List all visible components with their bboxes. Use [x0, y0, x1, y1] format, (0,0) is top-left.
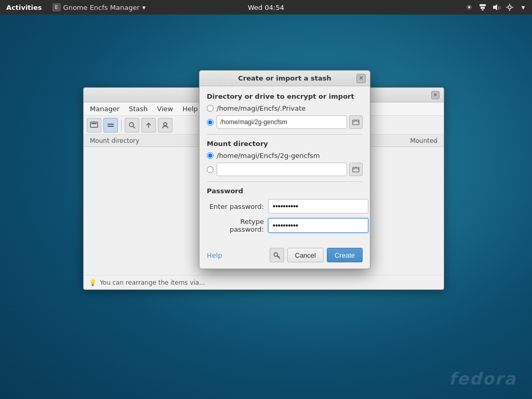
mount-directory-header: Mount directory — [90, 137, 139, 144]
menu-manager[interactable]: Manager — [86, 103, 124, 114]
directory-option1-label: /home/magi/Encfs/.Private — [217, 104, 305, 112]
directory-section-title: Directory or drive to encrypt or import — [207, 92, 363, 100]
directory-input-wrapper — [217, 115, 363, 129]
svg-marker-6 — [493, 4, 497, 10]
mount-path-input[interactable] — [217, 163, 347, 176]
toolbar-btn-3[interactable] — [125, 118, 139, 132]
mount-section-title: Mount directory — [207, 140, 363, 148]
dropdown-arrow[interactable]: ▾ — [517, 2, 529, 13]
directory-radio-1[interactable] — [207, 105, 214, 112]
retype-password-input[interactable] — [268, 218, 368, 233]
menu-stash[interactable]: Stash — [125, 103, 152, 114]
menu-view[interactable]: View — [153, 103, 177, 114]
menu-help[interactable]: Help — [178, 103, 202, 114]
modal-body: Directory or drive to encrypt or import … — [200, 86, 370, 244]
lightbulb-icon: 💡 — [89, 279, 97, 286]
directory-browse-button[interactable] — [349, 115, 363, 129]
svg-rect-3 — [481, 7, 483, 9]
svg-line-18 — [133, 126, 135, 128]
mount-radio-1[interactable] — [207, 152, 214, 159]
modal-dialog: Create or import a stash ✕ Directory or … — [199, 70, 370, 269]
volume-icon[interactable]: )) — [490, 2, 502, 13]
enter-password-input[interactable] — [268, 199, 368, 214]
network-icon[interactable] — [477, 2, 488, 13]
mount-input-wrapper — [217, 163, 363, 176]
svg-rect-16 — [108, 126, 114, 127]
svg-rect-0 — [480, 4, 482, 6]
clock: Wed 04:54 — [248, 4, 284, 11]
mounted-header: Mounted — [410, 137, 437, 144]
divider-1 — [207, 134, 363, 135]
password-section-title: Password — [207, 187, 363, 195]
mount-browse-button[interactable] — [349, 163, 363, 176]
brightness-icon[interactable]: ☀ — [463, 2, 475, 13]
divider-2 — [207, 181, 363, 182]
app-name-label: Gnome Encfs Manager — [63, 4, 140, 11]
app-menu[interactable]: E Gnome Encfs Manager ▾ — [48, 0, 150, 15]
modal-footer: Help Cancel Create — [200, 244, 370, 269]
modal-close-button[interactable]: ✕ — [356, 74, 366, 83]
svg-point-8 — [508, 6, 511, 9]
mount-radio-2[interactable] — [207, 166, 214, 173]
toolbar-btn-1[interactable] — [87, 118, 101, 132]
topbar-right-icons: ☀ )) ▾ — [463, 0, 532, 15]
enter-password-row: Enter password: — [207, 199, 363, 214]
mount-option1-label: /home/magi/Encfs/2g-gencfsm — [217, 152, 320, 159]
svg-rect-14 — [91, 123, 97, 124]
toolbar-btn-2[interactable] — [103, 118, 118, 132]
retype-password-label: Retype password: — [207, 218, 264, 233]
directory-path-input[interactable] — [217, 115, 347, 129]
modal-title: Create or import a stash — [238, 74, 331, 82]
toolbar-separator-1 — [121, 120, 122, 130]
directory-option-2-row — [207, 115, 363, 129]
cancel-button[interactable]: Cancel — [287, 248, 324, 262]
system-menu-icon[interactable] — [504, 2, 515, 13]
app-icon: E — [52, 3, 61, 11]
svg-rect-5 — [482, 9, 484, 10]
bg-window-statusbar: 💡 You can rearrange the items via... — [84, 275, 444, 289]
svg-rect-13 — [90, 122, 98, 127]
directory-option-1: /home/magi/Encfs/.Private — [207, 104, 363, 112]
svg-rect-4 — [483, 7, 485, 9]
help-link[interactable]: Help — [207, 251, 222, 259]
toolbar-btn-4[interactable] — [141, 118, 156, 132]
directory-radio-2[interactable] — [207, 119, 214, 126]
toolbar-btn-5[interactable] — [158, 118, 172, 132]
svg-point-19 — [164, 123, 167, 126]
topbar: Activities E Gnome Encfs Manager ▾ Wed 0… — [0, 0, 532, 15]
desktop: Activities E Gnome Encfs Manager ▾ Wed 0… — [0, 0, 532, 399]
activities-button[interactable]: Activities — [0, 0, 48, 15]
bg-window-close-button[interactable]: ✕ — [431, 91, 440, 99]
enter-password-label: Enter password: — [207, 203, 264, 210]
fedora-watermark: fedora — [449, 369, 516, 389]
mount-option-1: /home/magi/Encfs/2g-gencfsm — [207, 152, 363, 159]
statusbar-text: You can rearrange the items via... — [100, 279, 205, 286]
create-button[interactable]: Create — [327, 248, 363, 262]
svg-point-22 — [274, 253, 277, 257]
svg-text:)): )) — [498, 6, 500, 10]
app-menu-arrow: ▾ — [142, 4, 146, 11]
svg-rect-1 — [482, 4, 484, 6]
svg-point-17 — [129, 123, 134, 127]
retype-password-row: Retype password: — [207, 218, 363, 233]
svg-rect-2 — [484, 4, 486, 6]
key-icon-button[interactable] — [270, 248, 284, 262]
svg-rect-15 — [108, 124, 114, 125]
modal-titlebar: Create or import a stash ✕ — [200, 71, 370, 86]
mount-option-2-row — [207, 163, 363, 176]
svg-line-24 — [278, 256, 280, 257]
